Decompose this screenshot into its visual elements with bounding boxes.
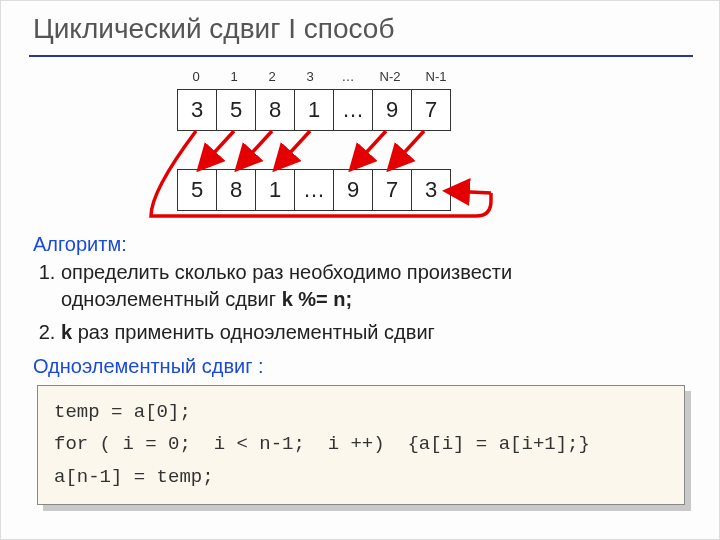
cell: 3 (412, 170, 450, 210)
array-before: 3 5 8 1 … 9 7 (177, 89, 451, 131)
keyword: k %= n; (282, 288, 353, 310)
index-label: 1 (215, 69, 253, 84)
cell: … (295, 170, 334, 210)
code-line: temp = a[0]; (54, 401, 191, 423)
algorithm-body: определить сколько раз необходимо произв… (33, 259, 673, 352)
index-label: 3 (291, 69, 329, 84)
cell: 8 (217, 170, 256, 210)
svg-line-3 (353, 131, 386, 167)
index-label: N-2 (367, 69, 413, 84)
cell: 1 (295, 90, 334, 130)
cell: 5 (178, 170, 217, 210)
svg-line-0 (201, 131, 234, 167)
cell: 3 (178, 90, 217, 130)
cell: 8 (256, 90, 295, 130)
cell: 9 (373, 90, 412, 130)
svg-line-5 (449, 191, 491, 193)
cell: 5 (217, 90, 256, 130)
code-line: a[n-1] = temp; (54, 466, 214, 488)
text: раз применить одноэлементный сдвиг (72, 321, 435, 343)
title-rule (29, 55, 693, 57)
keyword: k (61, 321, 72, 343)
cell: 7 (412, 90, 450, 130)
algorithm-step-1: определить сколько раз необходимо произв… (61, 259, 673, 313)
code-block: temp = a[0]; for ( i = 0; i < n-1; i ++)… (37, 385, 685, 505)
index-label: 0 (177, 69, 215, 84)
svg-line-4 (391, 131, 424, 167)
cell: 9 (334, 170, 373, 210)
index-label: 2 (253, 69, 291, 84)
algorithm-step-2: k раз применить одноэлементный сдвиг (61, 319, 673, 346)
cell: 1 (256, 170, 295, 210)
index-row: 0 1 2 3 … N-2 N-1 (177, 69, 459, 84)
single-shift-label: Одноэлементный сдвиг : (33, 353, 264, 380)
cell: 7 (373, 170, 412, 210)
index-label: … (329, 69, 367, 84)
cell: … (334, 90, 373, 130)
array-after: 5 8 1 … 9 7 3 (177, 169, 451, 211)
algorithm-label: Алгоритм: (33, 231, 127, 258)
code-content: temp = a[0]; for ( i = 0; i < n-1; i ++)… (37, 385, 685, 505)
index-label: N-1 (413, 69, 459, 84)
svg-line-2 (277, 131, 310, 167)
code-line: for ( i = 0; i < n-1; i ++) {a[i] = a[i+… (54, 433, 590, 455)
page-title: Циклический сдвиг I способ (33, 13, 394, 45)
svg-line-1 (239, 131, 272, 167)
